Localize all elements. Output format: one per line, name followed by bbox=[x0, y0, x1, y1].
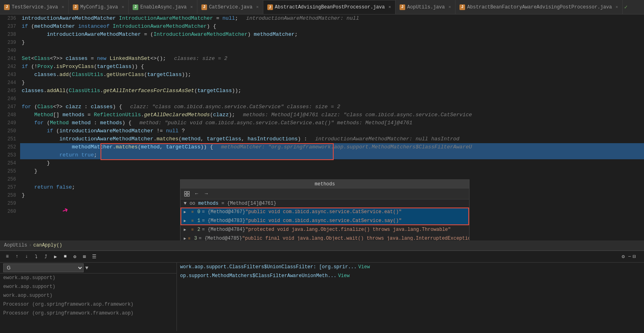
toolbar-btn-play[interactable]: ▶ bbox=[51, 253, 59, 261]
settings-icon[interactable]: ⚙ − bbox=[622, 253, 631, 260]
tab-close-icon[interactable]: × bbox=[190, 5, 193, 10]
line-num-246: 246 bbox=[0, 95, 16, 103]
collapse-btn[interactable]: ⊟ bbox=[633, 253, 641, 260]
callstack-item-3[interactable]: Processor (org.springframework.aop.frame… bbox=[0, 300, 176, 309]
code-line-240 bbox=[20, 47, 644, 55]
line-num-243: 243 bbox=[0, 71, 16, 79]
tab-testservice[interactable]: J TestService.java × bbox=[0, 0, 69, 14]
code-line-253: return true; bbox=[20, 151, 644, 159]
expand-icon: ▶ bbox=[184, 210, 189, 214]
popup-back-btn[interactable]: ← bbox=[193, 190, 201, 198]
line-num-255: 255 bbox=[0, 167, 16, 175]
popup-forward-btn[interactable]: → bbox=[202, 190, 210, 198]
line-num-236: 236 bbox=[0, 14, 16, 23]
editor-area: 236 237 238 239 240 241 242 243 244 245 … bbox=[0, 14, 644, 240]
code-line-254: } bbox=[20, 159, 644, 167]
java-icon: J bbox=[400, 4, 405, 10]
code-line-243: classes.add(ClassUtils.getUserClass(targ… bbox=[20, 71, 644, 79]
dropdown-arrow[interactable]: ▼ bbox=[85, 265, 88, 271]
callstack-item-1[interactable]: ework.aop.support) bbox=[0, 282, 176, 291]
tab-close-icon[interactable]: × bbox=[62, 5, 64, 10]
toolbar-btn-stop[interactable]: ■ bbox=[61, 253, 69, 261]
tab-label: AbstractBeanFactoryAwareAdvisingPostProc… bbox=[467, 4, 612, 10]
toolbar-btn-settings[interactable]: ⚙ bbox=[71, 253, 79, 261]
tab-label: MyConfig.java bbox=[80, 4, 118, 10]
toolbar-btn-down[interactable]: ↓ bbox=[23, 253, 31, 261]
code-line-247: for (Class<?> clazz : classes) { clazz: … bbox=[20, 103, 644, 111]
code-line-250: if (introductionAwareMethodMatcher != nu… bbox=[20, 127, 644, 135]
breadcrumb-method: canApply() bbox=[33, 243, 62, 248]
tab-label: TestService.java bbox=[12, 4, 58, 10]
tab-close-icon[interactable]: × bbox=[448, 5, 451, 10]
view-link-1[interactable]: View bbox=[338, 273, 350, 279]
tab-abstractadvising[interactable]: J AbstractAdvisingBeanPostProcessor.java… bbox=[263, 0, 396, 14]
method-icon: ≡ bbox=[186, 235, 193, 240]
code-line-251: introductionAwareMethodMatcher.matches(m… bbox=[20, 135, 644, 143]
toolbar-btn-list[interactable]: ☰ bbox=[90, 253, 98, 261]
toolbar-btn-left[interactable]: ⤵ bbox=[32, 253, 40, 261]
tab-label: CatService.java bbox=[209, 4, 252, 10]
tab-close-icon[interactable]: × bbox=[121, 5, 124, 10]
line-num-241: 241 bbox=[0, 55, 16, 63]
checkmark-icon: ✓ bbox=[624, 4, 628, 10]
code-line-242: if (!Proxy.isProxyClass(targetClass)) { bbox=[20, 63, 644, 71]
popup-icon-btn[interactable] bbox=[183, 190, 191, 198]
line-num-245: 245 bbox=[0, 87, 16, 95]
line-num-240: 240 bbox=[0, 47, 16, 55]
code-line-238: introductionAwareMethodMatcher = (Introd… bbox=[20, 31, 644, 39]
code-line-245: classes.addAll(ClassUtils.getAllInterfac… bbox=[20, 87, 644, 95]
line-num-254: 254 bbox=[0, 159, 16, 167]
popup-item-1[interactable]: ▶ ≡ 1 = {Method@4783} "public void com.i… bbox=[180, 216, 469, 225]
svg-rect-2 bbox=[185, 194, 187, 196]
tab-myconfig[interactable]: J MyConfig.java × bbox=[69, 0, 129, 14]
code-line-244: } bbox=[20, 79, 644, 87]
code-line-237: if (methodMatcher instanceof Introductio… bbox=[20, 23, 644, 31]
code-line-246 bbox=[20, 95, 644, 103]
var-item-1[interactable]: op.support.MethodMatchers$ClassFilterAwa… bbox=[177, 271, 644, 280]
tab-abstractbeanfactory[interactable]: J AbstractBeanFactoryAwareAdvisingPostPr… bbox=[455, 0, 623, 14]
toolbar-btn-right[interactable]: ⤴ bbox=[42, 253, 50, 261]
tab-enableasync[interactable]: J EnableAsync.java × bbox=[129, 0, 197, 14]
tab-catservice[interactable]: J CatService.java × bbox=[197, 0, 263, 14]
line-numbers: 236 237 238 239 240 241 242 243 244 245 … bbox=[0, 14, 20, 240]
java-icon: J bbox=[133, 4, 138, 10]
java-icon: J bbox=[73, 4, 78, 10]
line-num-250: 250 bbox=[0, 127, 16, 135]
tab-close-icon[interactable]: × bbox=[388, 5, 391, 10]
java-icon: J bbox=[4, 4, 10, 10]
popup-toolbar: ← → bbox=[180, 189, 469, 199]
line-num-258: 258 bbox=[0, 191, 16, 199]
line-num-253: 253 bbox=[0, 151, 16, 159]
breadcrumb-separator: › bbox=[29, 243, 32, 248]
view-link-0[interactable]: View bbox=[358, 264, 370, 270]
expand-icon: ▶ bbox=[184, 218, 189, 223]
debug-popup: methods ← → ▼ oo methods = {Method[14]@4… bbox=[180, 179, 470, 240]
code-line-248: Method[] methods = ReflectionUtils.getAl… bbox=[20, 111, 644, 119]
breadcrumb-class: AopUtils bbox=[4, 243, 27, 248]
toolbar-btn-up[interactable]: ↑ bbox=[13, 253, 21, 261]
callstack-item-4[interactable]: Processor (org.springframework.framework… bbox=[0, 309, 176, 318]
callstack-item-0[interactable]: ework.aop.support) bbox=[0, 273, 176, 282]
popup-item-2[interactable]: ▶ ≡ 2 = {Method@4784} "protected void ja… bbox=[180, 225, 469, 234]
popup-tree-header: ▼ oo methods = {Method[14]@4761} bbox=[180, 199, 469, 208]
tab-label: EnableAsync.java bbox=[140, 4, 187, 10]
callstack-item-2[interactable]: work.aop.support) bbox=[0, 291, 176, 300]
var-item-0[interactable]: work.aop.support.ClassFilters$UnionClass… bbox=[177, 263, 644, 271]
code-line-241: Set<Class<?>> classes = new LinkedHashSe… bbox=[20, 55, 644, 63]
java-icon: J bbox=[201, 4, 207, 10]
svg-rect-1 bbox=[187, 191, 189, 193]
popup-item-3[interactable]: ▶ ≡ 3 = {Method@4785} "public final void… bbox=[180, 234, 469, 240]
variables-panel: work.aop.support.ClassFilters$UnionClass… bbox=[177, 263, 644, 331]
tab-aoputils[interactable]: J AopUtils.java × bbox=[396, 0, 455, 14]
line-num-244: 244 bbox=[0, 79, 16, 87]
method-icon: ≡ bbox=[189, 209, 196, 215]
line-num-259: 259 bbox=[0, 199, 16, 208]
line-num-242: 242 bbox=[0, 63, 16, 71]
popup-item-0[interactable]: ▶ ≡ 0 = {Method@4767} "public void com.i… bbox=[180, 208, 469, 216]
tab-close-icon[interactable]: × bbox=[256, 5, 259, 10]
thread-selector[interactable]: G bbox=[3, 263, 84, 272]
toolbar-btn-1[interactable]: ≡ bbox=[3, 253, 11, 261]
toolbar-btn-grid[interactable]: ⊞ bbox=[80, 253, 88, 261]
tab-close-icon[interactable]: × bbox=[615, 5, 618, 10]
bottom-toolbar: ≡ ↑ ↓ ⤵ ⤴ ▶ ■ ⚙ ⊞ ☰ ⚙ − ⊟ bbox=[0, 251, 644, 263]
